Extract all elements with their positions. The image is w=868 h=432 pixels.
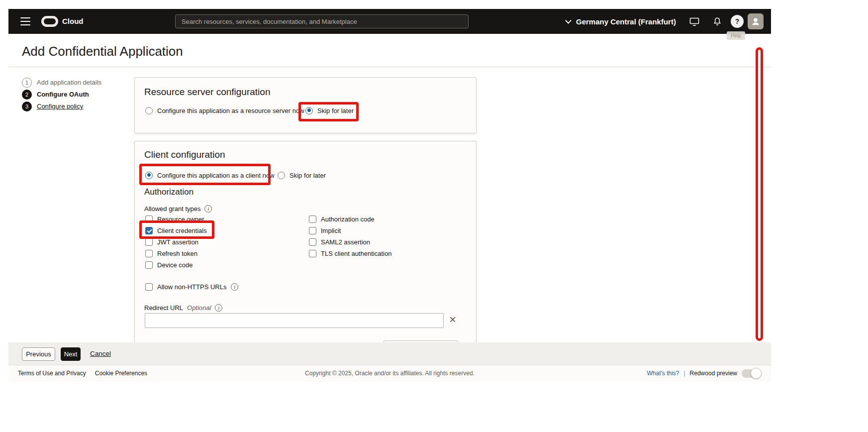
radio-label: Skip for later [317,107,354,114]
step-number: 3 [22,102,32,111]
checkbox-label: Device code [157,261,193,269]
radio-client-skip-for-later[interactable] [278,172,285,179]
optional-qualifier: Optional [187,304,211,312]
checkbox-device-code[interactable] [145,261,153,269]
checkbox-label: TLS client authentication [321,250,391,257]
wizard-step-configure-oauth[interactable]: 2 Configure OAuth [22,89,89,100]
checkbox-option-allow-non-https-urls: Allow non-HTTPS URLs [145,283,238,291]
checkbox-option-authorization-code: Authorization code [309,215,375,223]
checkbox-jwt-assertion[interactable] [145,238,153,246]
redirect-url-label-row: Redirect URL Optional [144,304,222,312]
whats-this-link[interactable]: What's this? [647,370,679,377]
wizard-step-configure-policy[interactable]: 3 Configure policy [22,101,83,111]
toggle-knob [751,368,762,379]
info-icon[interactable] [231,283,238,291]
checkbox-tls-client-authentication[interactable] [309,250,316,257]
resource-server-panel: Resource server configuration Configure … [134,77,477,133]
checkbox-option-refresh-token: Refresh token [145,249,197,257]
action-bar: Previous Next Cancel [8,342,771,365]
radio-resource-skip-for-later[interactable] [305,107,313,114]
redirect-url-input[interactable] [145,313,444,328]
checkbox-refresh-token[interactable] [145,250,153,257]
footer: Terms of Use and Privacy Cookie Preferen… [8,365,771,381]
allowed-grant-types-label: Allowed grant types [144,205,200,213]
checkbox-option-implicit: Implicit [309,226,341,234]
radio-client-now[interactable] [145,172,153,179]
checkbox-allow-non-https-urls[interactable] [145,283,153,291]
radio-option-client-skip-for-later: Skip for later [278,171,326,179]
console-icon[interactable] [688,15,701,28]
topbar: Cloud Germany Central (Frankfurt) [8,9,771,34]
redwood-preview-toggle[interactable] [742,369,761,378]
help-icon[interactable] [731,15,744,28]
checkbox-label: Implicit [321,227,341,234]
radio-option-resource-server-now: Configure this application as a resource… [145,107,304,114]
separator: | [683,370,685,377]
checkbox-label: Allow non-HTTPS URLs [157,283,226,291]
clear-redirect-url-icon[interactable]: × [449,312,456,327]
brand-label: Cloud [62,9,84,34]
step-number: 2 [22,90,32,100]
chevron-down-icon [565,17,572,24]
checkbox-resource-owner[interactable] [145,216,153,223]
cookie-preferences-link[interactable]: Cookie Preferences [95,370,147,377]
checkbox-option-tls-client-authentication: TLS client authentication [309,249,391,257]
radio-option-resource-skip-for-later: Skip for later [305,107,354,114]
region-selector[interactable]: Germany Central (Frankfurt) [566,9,676,34]
checkbox-saml2-assertion[interactable] [309,238,316,246]
checkbox-option-saml2-assertion: SAML2 assertion [309,238,370,246]
user-avatar[interactable] [748,13,764,29]
oracle-cloud-logo-icon [41,16,58,27]
checkbox-label: JWT assertion [157,238,198,246]
global-search [175,14,469,28]
allowed-grant-types-row: Allowed grant types [144,205,212,213]
search-input[interactable] [176,18,468,25]
checkbox-label: Resource owner [157,216,204,223]
screenshot-canvas: Cloud Germany Central (Frankfurt) [0,0,868,432]
radio-label: Skip for later [289,172,326,179]
menu-icon[interactable] [20,17,30,25]
step-label: Add application details [37,79,101,86]
redirect-url-label: Redirect URL [144,304,183,312]
radio-label: Configure this application as a client n… [157,172,275,179]
checkbox-label: Refresh token [157,250,197,257]
next-button[interactable]: Next [61,347,81,361]
region-label: Germany Central (Frankfurt) [576,17,676,26]
terms-link[interactable]: Terms of Use and Privacy [18,370,86,377]
checkbox-label: Client credentials [157,227,207,234]
header-divider [8,67,771,67]
panel-title: Client configuration [144,149,225,160]
wizard-step-add-application-details[interactable]: 1 Add application details [22,77,101,88]
checkbox-authorization-code[interactable] [309,216,316,223]
cancel-link[interactable]: Cancel [90,350,111,357]
info-icon[interactable] [204,205,212,213]
page-title: Add Confidential Application [22,44,183,59]
footer-links: Terms of Use and Privacy Cookie Preferen… [18,365,147,381]
footer-right: What's this? | Redwood preview [647,365,761,381]
annotation-scrollbar [756,47,763,341]
step-label: Configure OAuth [37,91,89,98]
checkbox-option-resource-owner: Resource owner [145,215,204,223]
checkbox-option-client-credentials: Client credentials [145,226,207,234]
step-label: Configure policy [37,103,83,110]
checkbox-label: Authorization code [321,216,375,223]
person-icon [750,16,761,27]
checkbox-client-credentials[interactable] [145,227,153,234]
client-configuration-panel: Client configuration Configure this appl… [134,141,477,342]
checkbox-label: SAML2 assertion [321,238,370,246]
checkbox-option-jwt-assertion: JWT assertion [145,238,198,246]
redwood-preview-label: Redwood preview [690,370,737,377]
previous-button[interactable]: Previous [22,347,55,361]
checkbox-option-device-code: Device code [145,261,193,269]
radio-resource-server-now[interactable] [145,107,153,114]
info-icon[interactable] [215,304,222,312]
radio-label: Configure this application as a resource… [157,107,304,114]
bell-icon [712,17,722,27]
notifications-bell-icon[interactable] [711,15,724,28]
panel-title: Resource server configuration [144,87,270,98]
radio-option-client-now: Configure this application as a client n… [145,171,275,179]
checkbox-implicit[interactable] [309,227,316,234]
monitor-icon [689,17,700,27]
help-tooltip: Help [727,31,745,40]
step-number: 1 [22,78,32,88]
